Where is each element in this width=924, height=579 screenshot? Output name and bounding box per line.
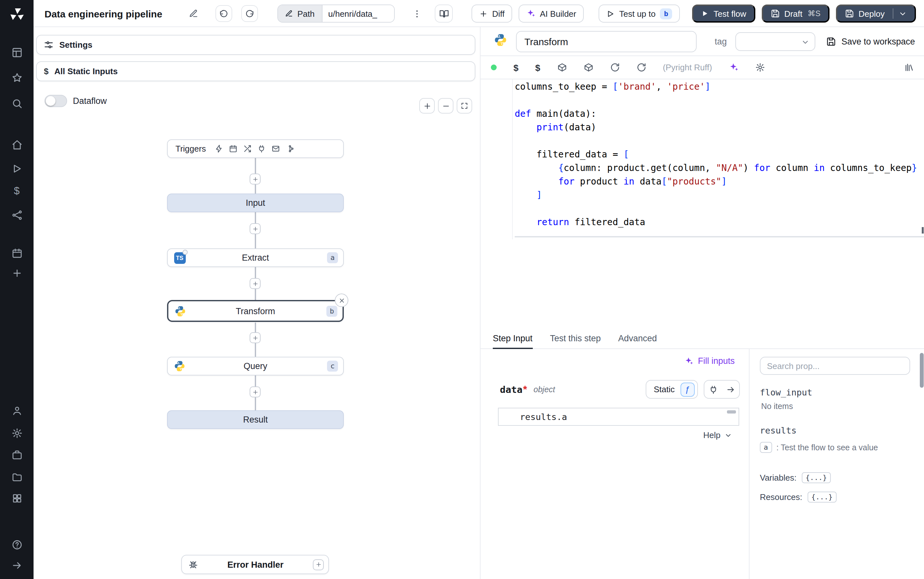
package-icon[interactable] [557, 62, 566, 72]
workers-briefcase-icon[interactable] [8, 447, 25, 463]
deploy-button[interactable]: Deploy [836, 5, 916, 23]
expression-value: results.a [520, 412, 567, 422]
save-to-workspace-button[interactable]: Save to workspace [827, 36, 915, 46]
tag-select[interactable] [735, 32, 815, 51]
home-icon[interactable] [8, 136, 25, 153]
step-name-input[interactable] [517, 31, 696, 51]
python-icon [493, 33, 508, 50]
email-icon[interactable] [271, 144, 280, 153]
chevron-down-icon[interactable] [898, 9, 907, 18]
triggers-node[interactable]: Triggers [167, 139, 344, 158]
create-plus-icon[interactable] [8, 265, 25, 281]
kafka-icon[interactable] [286, 144, 294, 153]
no-items-label: No items [761, 402, 914, 411]
redo-button[interactable] [241, 5, 258, 22]
expression-toggle-icon[interactable]: ƒ [681, 382, 695, 396]
insert-step-button[interactable] [250, 332, 261, 343]
zoom-controls [419, 98, 472, 114]
resources-dollar-icon[interactable]: $ [535, 62, 540, 73]
test-flow-button[interactable]: Test flow [692, 5, 755, 23]
connect-controls [704, 380, 740, 399]
insert-step-button[interactable] [250, 173, 261, 185]
edit-title-pencil-icon[interactable] [189, 9, 198, 21]
windmill-logo[interactable] [8, 7, 25, 23]
dataflow-toggle[interactable] [44, 95, 67, 107]
path-input[interactable] [323, 5, 394, 22]
reset-icon[interactable] [636, 62, 646, 72]
route-icon[interactable] [243, 144, 251, 153]
flow-settings-button[interactable]: Settings [36, 35, 475, 55]
expression-scrollbar[interactable] [727, 410, 736, 414]
all-static-inputs-button[interactable]: $ All Static Inputs [36, 61, 475, 81]
help-dropdown[interactable]: Help [704, 430, 733, 440]
schedules-calendar-icon[interactable] [8, 244, 25, 261]
fill-inputs-button[interactable]: Fill inputs [684, 356, 735, 366]
settings-gear-icon[interactable] [8, 425, 25, 441]
props-scrollbar[interactable] [919, 353, 923, 388]
webhook-icon[interactable] [215, 144, 223, 153]
extract-node[interactable]: TS Extract a [167, 249, 344, 267]
transform-node-selected[interactable]: Transform b [167, 300, 344, 322]
library-icon[interactable] [904, 62, 914, 72]
help-icon[interactable] [8, 536, 25, 553]
error-handler-node[interactable]: Error Handler [181, 555, 329, 574]
collapse-arrow-icon[interactable] [8, 557, 25, 574]
tab-advanced[interactable]: Advanced [618, 329, 657, 348]
draft-button[interactable]: Draft ⌘S [762, 5, 829, 23]
arrow-right-icon[interactable] [722, 381, 739, 398]
docs-book-button[interactable] [435, 5, 453, 23]
ai-sparkles-icon[interactable] [729, 62, 739, 72]
fit-view-button[interactable] [457, 98, 472, 114]
zoom-out-button[interactable] [438, 98, 454, 114]
save-icon [827, 36, 836, 46]
tab-test-this-step[interactable]: Test this step [550, 329, 601, 348]
search-prop-input[interactable] [760, 357, 910, 375]
kanban-icon[interactable] [8, 44, 25, 61]
tab-step-input[interactable]: Step Input [493, 329, 532, 348]
divider [892, 8, 893, 19]
input-node[interactable]: Input [167, 193, 344, 212]
add-error-handler-button[interactable] [313, 559, 324, 570]
insert-step-button[interactable] [250, 223, 261, 234]
python-icon [173, 360, 186, 372]
code-editor[interactable]: columns_to_keep = ['brand', 'price'] def… [480, 79, 924, 329]
variables-dollar-icon[interactable]: $ [8, 183, 25, 200]
data-expression-input[interactable]: results.a [498, 408, 739, 426]
static-mode-control[interactable]: Static ƒ [646, 380, 698, 399]
result-node[interactable]: Result [167, 410, 344, 429]
reload-icon[interactable] [610, 62, 620, 72]
search-icon[interactable] [8, 95, 25, 111]
step-input-panel: Fill inputs data * object Static ƒ [480, 349, 924, 579]
save-icon [845, 9, 854, 18]
star-icon[interactable] [8, 69, 25, 86]
path-button[interactable]: Path [278, 5, 322, 22]
editor-settings-gear-icon[interactable] [755, 62, 765, 72]
diff-button[interactable]: Diff [472, 5, 513, 23]
flows-icon[interactable] [8, 206, 25, 223]
folders-icon[interactable] [8, 468, 25, 485]
user-icon[interactable] [8, 402, 25, 419]
undo-button[interactable] [215, 5, 232, 22]
plug-connect-icon[interactable] [704, 381, 722, 398]
package-icon[interactable] [583, 62, 593, 72]
insert-step-button[interactable] [250, 386, 261, 397]
result-key-badge[interactable]: a [760, 442, 772, 453]
flow-input-section[interactable]: flow_input [760, 387, 914, 397]
schedule-icon[interactable] [229, 144, 237, 153]
zoom-in-button[interactable] [419, 98, 435, 114]
apps-grid-icon[interactable] [8, 490, 25, 506]
variables-dollar-icon[interactable]: $ [513, 62, 519, 73]
results-section[interactable]: results [760, 425, 914, 435]
more-kebab-button[interactable] [408, 5, 425, 22]
query-node[interactable]: Query c [167, 357, 344, 375]
insert-step-button[interactable] [250, 278, 261, 289]
websocket-icon[interactable] [257, 144, 266, 153]
topbar: Data engineering pipeline Path Diff AI B… [34, 0, 924, 27]
resources-badge[interactable]: {...} [808, 492, 837, 502]
delete-step-button[interactable] [335, 294, 348, 307]
pencil-icon [285, 10, 293, 17]
test-up-to-button[interactable]: Test up to b [599, 5, 680, 23]
variables-badge[interactable]: {...} [802, 472, 831, 483]
runs-play-icon[interactable] [8, 160, 25, 177]
ai-builder-button[interactable]: AI Builder [519, 5, 584, 23]
